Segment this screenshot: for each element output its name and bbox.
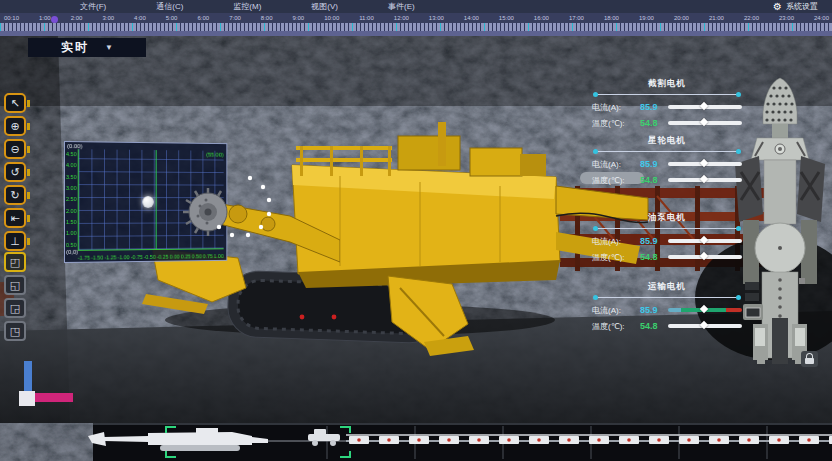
current-slider[interactable] bbox=[668, 162, 742, 166]
temperature-row: 温度(℃): 54.8 bbox=[592, 321, 742, 331]
grid-x-tick: -1.75 bbox=[78, 255, 90, 261]
timeline-tick-label: 2:00 bbox=[71, 14, 83, 22]
temperature-value: 54.8 bbox=[640, 118, 664, 128]
slider-knob[interactable] bbox=[699, 175, 707, 183]
temperature-slider[interactable] bbox=[668, 121, 742, 125]
range-handle-right[interactable] bbox=[736, 149, 741, 154]
current-row: 电流(A): 85.9 bbox=[592, 236, 742, 246]
view-cube-2[interactable]: ◱ bbox=[4, 275, 26, 295]
slider-knob[interactable] bbox=[699, 236, 707, 244]
temperature-slider[interactable] bbox=[668, 324, 742, 328]
timeline-tick-label: 3:00 bbox=[102, 14, 114, 22]
cutter-head-overlay bbox=[140, 150, 340, 280]
temperature-row: 温度(℃): 54.8 bbox=[592, 118, 742, 128]
menu-bar: 文件(F) 通信(C) 监控(M) 视图(V) 事件(E) ⚙ 系统设置 bbox=[0, 0, 832, 13]
range-handle-left[interactable] bbox=[593, 149, 598, 154]
timeline-progress-track[interactable] bbox=[0, 31, 832, 36]
slider-knob[interactable] bbox=[699, 305, 707, 313]
temperature-row: 温度(℃): 54.8 bbox=[592, 252, 742, 262]
tool-icon: ⊕ bbox=[6, 118, 24, 134]
view-cube-3[interactable]: ◲ bbox=[4, 298, 26, 318]
grid-y-tick: 3.50 bbox=[66, 175, 78, 181]
temperature-value: 54.8 bbox=[640, 252, 664, 262]
slider-knob[interactable] bbox=[699, 102, 707, 110]
timeline-tick-label: 7:00 bbox=[229, 14, 241, 22]
axis-y-bar bbox=[24, 361, 32, 392]
machine-position-strip[interactable] bbox=[0, 423, 832, 461]
pan-axis-tool[interactable]: ⇤ bbox=[4, 208, 26, 228]
tool-icon: ↻ bbox=[6, 187, 24, 203]
motor-panel-title: 星轮电机 bbox=[592, 135, 742, 147]
timeline-playhead[interactable] bbox=[51, 16, 58, 23]
panel-range-slider[interactable] bbox=[594, 94, 740, 95]
range-handle-left[interactable] bbox=[593, 226, 598, 231]
slider-knob[interactable] bbox=[699, 118, 707, 126]
menu-item-comm[interactable]: 通信(C) bbox=[156, 1, 183, 12]
range-handle-right[interactable] bbox=[736, 226, 741, 231]
tool-icon: ↖ bbox=[6, 95, 24, 111]
zoom-out-tool[interactable]: ⊖ bbox=[4, 139, 26, 159]
current-row: 电流(A): 85.9 bbox=[592, 159, 742, 169]
range-handle-left[interactable] bbox=[593, 92, 598, 97]
grid-y-tick: 1.00 bbox=[66, 231, 78, 237]
slider-knob[interactable] bbox=[699, 321, 707, 329]
chevron-down-icon: ▼ bbox=[105, 43, 113, 52]
panel-range-slider[interactable] bbox=[594, 151, 740, 152]
grid-y-tick: 3.00 bbox=[66, 186, 78, 192]
rotate-right-tool[interactable]: ↻ bbox=[4, 185, 26, 205]
settings-button[interactable]: ⚙ 系统设置 bbox=[773, 0, 818, 13]
view-cube-4[interactable]: ◳ bbox=[4, 321, 26, 341]
select-tool[interactable]: ↖ bbox=[4, 93, 26, 113]
temperature-slider[interactable] bbox=[668, 178, 742, 182]
schematic-conveyor bbox=[772, 318, 788, 364]
slider-knob[interactable] bbox=[699, 252, 707, 260]
mode-selector-dropdown[interactable]: 实时 ▼ bbox=[28, 38, 146, 57]
menu-item-event[interactable]: 事件(E) bbox=[388, 1, 415, 12]
menu-item-file[interactable]: 文件(F) bbox=[80, 1, 106, 12]
range-handle-right[interactable] bbox=[736, 295, 741, 300]
axis-gizmo bbox=[19, 361, 79, 407]
timeline-ruler[interactable] bbox=[0, 23, 832, 31]
menu-item-view[interactable]: 视图(V) bbox=[311, 1, 338, 12]
panel-range-slider[interactable] bbox=[594, 297, 740, 298]
timeline-tick-label: 9:00 bbox=[293, 14, 305, 22]
current-slider[interactable] bbox=[668, 239, 742, 243]
range-handle-right[interactable] bbox=[736, 92, 741, 97]
timeline-tick-label: 18:00 bbox=[604, 14, 619, 22]
timeline-tick-label: 17:00 bbox=[569, 14, 584, 22]
slider-knob[interactable] bbox=[699, 159, 707, 167]
strip-floor-texture bbox=[0, 425, 84, 461]
range-handle-left[interactable] bbox=[593, 295, 598, 300]
grid-y-tick: 2.50 bbox=[66, 197, 78, 202]
timeline-tick-label: 8:00 bbox=[261, 14, 273, 22]
current-slider[interactable] bbox=[668, 105, 742, 109]
current-slider[interactable] bbox=[668, 308, 742, 312]
temperature-slider[interactable] bbox=[668, 255, 742, 259]
monitoring-app-window: 4.504.003.503.002.502.001.501.000.50 -1.… bbox=[0, 0, 832, 461]
timeline-labels: 00:101:002:003:004:005:006:007:008:009:0… bbox=[4, 14, 829, 22]
menu-item-monitor[interactable]: 监控(M) bbox=[233, 1, 261, 12]
timeline-tick-label: 23:00 bbox=[779, 14, 794, 22]
view-cube-1[interactable]: ◰ bbox=[4, 252, 26, 272]
current-row: 电流(A): 85.9 bbox=[592, 305, 742, 315]
temperature-value: 54.8 bbox=[640, 321, 664, 331]
timeline-tick-label: 1:00 bbox=[39, 14, 51, 22]
timeline-tick-label: 20:00 bbox=[674, 14, 689, 22]
cutter-head bbox=[183, 188, 227, 236]
view-cube-icon: ◱ bbox=[6, 278, 24, 293]
view-cube-icon: ◰ bbox=[6, 255, 24, 270]
rotate-left-tool[interactable]: ↺ bbox=[4, 162, 26, 182]
panel-range-slider[interactable] bbox=[594, 228, 740, 229]
timeline-tick-label: 12:00 bbox=[394, 14, 409, 22]
grid-corner-label: (0.00) bbox=[67, 143, 82, 149]
grid-x-tick: -1.00 bbox=[118, 255, 130, 261]
grid-y-tick: 1.50 bbox=[66, 220, 78, 226]
timeline-bar: 00:101:002:003:004:005:006:007:008:009:0… bbox=[0, 13, 832, 36]
lock-button[interactable] bbox=[801, 351, 818, 367]
settings-label: 系统设置 bbox=[786, 1, 818, 12]
level-tool[interactable]: ⊥ bbox=[4, 231, 26, 251]
temperature-value: 54.8 bbox=[640, 175, 664, 185]
grid-y-axis-labels: 4.504.003.503.002.502.001.501.000.50 bbox=[66, 152, 78, 248]
zoom-in-tool[interactable]: ⊕ bbox=[4, 116, 26, 136]
track-marker-light bbox=[300, 315, 305, 320]
